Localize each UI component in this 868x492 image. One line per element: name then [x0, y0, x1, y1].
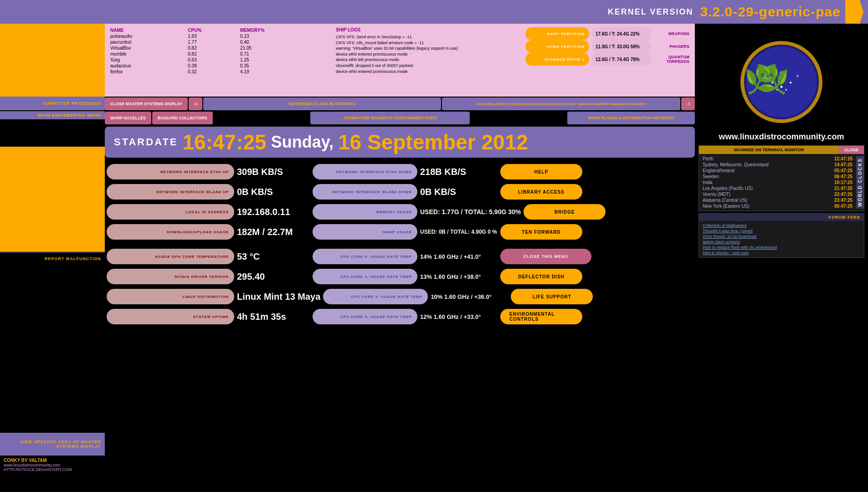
cpu1-label: CPU CORE 1: USAGE RATE TEMP: [313, 269, 417, 284]
partition-value: 12.6G / T: 74.4G 78%: [592, 53, 651, 66]
log-entry: vboxnetflt: dropped 0 out of 30007 packe…: [336, 63, 516, 69]
partition-side-label: WEAPONS: [654, 31, 691, 36]
download-value: 182M / 22.7M: [237, 227, 310, 237]
table-row: mumble0.820.71: [110, 51, 325, 57]
partition-bars-area: ROOT PARTITION 17.6G / T: 24.4G 22% WEAP…: [522, 24, 695, 97]
maximize-btn[interactable]: MAXIMIZE ON TERMINAL MONITOR: [699, 146, 839, 154]
main-layout: COMPUTER PROCESSES MAIN ENGINEERING MENU…: [0, 24, 868, 492]
world-clocks-title: WORLD CLOCKS: [856, 156, 864, 209]
clock-city: Los Angeles (Pacific US): [703, 186, 753, 191]
kernel-label: KERNEL VERSION: [608, 7, 693, 17]
table-row: VirtualBox0.8221.05: [110, 45, 325, 51]
process-table: NAME CPU% MEMORY% pulseaudio1.830.23pavc…: [105, 24, 330, 97]
log-entry: CIFS VFS: Send error in SessSetup = -11: [336, 34, 516, 40]
partition-label-btn: STORAGE DRIVE 1: [525, 53, 589, 66]
cpu0-label: CPU CORE 0: USAGE RATE TEMP: [313, 249, 417, 264]
wlan0-down-value: 0B KB/S: [420, 187, 498, 197]
metric-row-gpu-driver: NVIDIA DRIVER VERSION 295.40 CPU CORE 1:…: [107, 268, 693, 285]
eth0-down-label: NETWORK INTERFACE ETH0 DOWN: [313, 164, 417, 179]
stardate-day: Sunday,: [271, 133, 334, 152]
deflector-dish-btn[interactable]: DEFLECTOR DISH: [500, 269, 582, 284]
col-name: NAME: [110, 27, 188, 33]
life-support-btn[interactable]: LIFE SUPPORT: [511, 289, 593, 304]
partition-row: ROOT PARTITION 17.6G / T: 24.4G 22% WEAP…: [525, 27, 691, 40]
clock-row: Sweden 06:47:25: [703, 174, 853, 179]
top-arrow-decoration: [845, 0, 863, 24]
clock-city: India: [703, 180, 713, 185]
help-btn[interactable]: HELP: [500, 164, 582, 179]
cpu3-value: 12% 1.60 GHz / +33.0°: [420, 313, 498, 320]
uptime-value: 4h 51m 35s: [237, 312, 310, 322]
report-malfunction-label[interactable]: REPORT MALFUNCTION: [0, 251, 105, 265]
partition-label-btn: HOME PARTITION: [525, 40, 589, 53]
metric-row-gpu-temp: NVIDIA GPU CORE TEMPERATURE 53 °C CPU CO…: [107, 248, 693, 265]
clock-time: 00:47:25: [834, 204, 853, 209]
metric-row-ip: LOCAL IP ADDRESS 192.168.0.11 MEMORY USA…: [107, 203, 693, 220]
metric-row-wlan0: NETWORK INTERFACE WLAN0 UP 0B KB/S NETWO…: [107, 183, 693, 200]
ip-value: 192.168.0.11: [237, 207, 310, 217]
clock-row: Perth 12:47:25: [703, 156, 853, 162]
starfleet-emblem: ✦ ✦ ✦ ✦ ✦ ✦ ✦ ✦ 🌿 🌿: [736, 36, 827, 128]
bussard-btn[interactable]: BUSSARD COLLECTORS: [152, 112, 213, 124]
clock-time: 06:47:25: [834, 174, 853, 179]
forum-item[interactable]: Thought it was time I joined: [703, 228, 860, 234]
kernel-version: 3.2.0-29-generic-pae: [700, 4, 841, 20]
col-memory: MEMORY%: [240, 27, 325, 33]
partition-side-label: QUANTUM TORPEDOS: [654, 55, 691, 64]
bridge-btn[interactable]: BRIDGE: [524, 204, 606, 220]
cpu2-value: 10% 1.60 GHz / +36.0°: [431, 293, 508, 300]
svg-text:✦: ✦: [796, 74, 799, 78]
clock-list: Perth 12:47:25 Sydney, Melbourne, Queens…: [699, 154, 856, 211]
clock-time: 14:47:25: [834, 162, 853, 167]
forum-feed: FORUM FEED Collection of WallpapersThoug…: [699, 213, 864, 258]
table-row: firefox0.324.19: [110, 69, 325, 75]
cpu2-label: CPU CORE 2: USAGE RATE TEMP: [323, 289, 428, 304]
eth0-down-value: 218B KB/S: [420, 167, 498, 177]
warp-nacelles-btn[interactable]: WARP NACELLES: [105, 112, 151, 124]
forum-item[interactable]: How to replace flash with vlc workaround: [703, 245, 860, 250]
sovereign-btn[interactable]: SOVEREIGN CLASS BLUEPRINTS: [203, 97, 442, 110]
clock-row: England/Ireland 05:47:25: [703, 168, 853, 174]
main-engineering-menu-label[interactable]: MAIN ENGINEERING MENU: [0, 111, 105, 119]
view-sim-btn[interactable]: VIEW SIMULATION OF DESIGN ROOM IN SAN FR…: [442, 97, 680, 110]
close-master-btn[interactable]: CLOSE MASTER SYSTEMS DISPLAY: [105, 97, 188, 110]
library-btn[interactable]: LIBRARY ACCESS: [500, 184, 582, 200]
center-content: NAME CPU% MEMORY% pulseaudio1.830.23pavc…: [105, 24, 695, 492]
cpu3-label: CPU CORE 3: USAGE RATE TEMP: [313, 309, 417, 324]
forum-item[interactable]: Collection of Wallpapers: [703, 223, 860, 228]
ten-forward-btn[interactable]: TEN FORWARD: [500, 224, 582, 240]
close-this-menu-btn[interactable]: CLOSE THIS MENU: [500, 249, 591, 264]
clock-time: 21:47:25: [834, 186, 853, 191]
antimatter-btn[interactable]: ANTIMATTER MAGNETIC CONTAINMENT PODS: [310, 112, 470, 124]
partition-value: 17.6G / T: 24.4G 22%: [592, 27, 651, 40]
left-orange-big: [0, 147, 105, 251]
conky-url2: HTTP://KITFACE.DEVIANTART.COM: [4, 467, 101, 472]
env-controls-btn[interactable]: ENVIRONMENTAL CONTROLS: [500, 309, 582, 324]
computer-processes-label[interactable]: COMPUTER PROCESSES: [0, 97, 105, 110]
view-specific-label[interactable]: VIEW SPECIFIC AREA OF MASTER SYSTEMS DIS…: [0, 433, 105, 456]
clock-row: Veenis (MDT) 22:47:25: [703, 191, 853, 197]
forum-item[interactable]: Zorin Respln 32 bit Download: [703, 234, 860, 239]
memory-label: MEMORY USAGE: [313, 204, 417, 220]
stardate-date: 16 September 2012: [338, 130, 528, 154]
world-clocks-panel: MAXIMIZE ON TERMINAL MONITOR CLOSE Perth…: [699, 145, 864, 211]
clock-row: India 10:17:25: [703, 179, 853, 185]
warp-plasma-btn[interactable]: WARP PLASMAA DISTRIBUTION NETWORK: [567, 112, 695, 124]
partition-row: HOME PARTITION 11.9G / T: 33.0G 59% PHAS…: [525, 40, 691, 53]
log-entry: warning: 'VirtualBox' uses 32-bit capabi…: [336, 46, 516, 51]
forum-item[interactable]: laptop i3wm screens: [703, 239, 860, 245]
metrics-area: NETWORK INTERFACE ETH0 UP 309B KB/S NETW…: [105, 159, 695, 492]
close-world-clocks-btn[interactable]: CLOSE: [839, 146, 864, 154]
metric-row-download: DOWNLOAD/UPLOAD USAGE 182M / 22.7M SWAP …: [107, 223, 693, 241]
partition-value: 11.9G / T: 33.0G 59%: [592, 40, 651, 53]
metric-row-uptime: SYSTEM UPTIME 4h 51m 35s CPU CORE 3: USA…: [107, 308, 693, 325]
forum-item[interactable]: Mint & Ubuntu - new user: [703, 250, 860, 256]
stardate-bar: STARDATE 16:47:25 Sunday, 16 September 2…: [105, 127, 695, 158]
clock-row: Alabama (Central US) 23:47:25: [703, 197, 853, 203]
partition-label-btn: ROOT PARTITION: [525, 27, 589, 40]
left-orange-top: [0, 24, 105, 97]
gpu-driver-label: NVIDIA DRIVER VERSION: [107, 269, 234, 284]
col-cpu: CPU%: [188, 27, 240, 33]
metric-row-distro: LINUX DISTRIBUTION Linux Mint 13 Maya CP…: [107, 288, 693, 305]
website-url[interactable]: www.linuxdistrocommunity.com: [719, 132, 844, 142]
